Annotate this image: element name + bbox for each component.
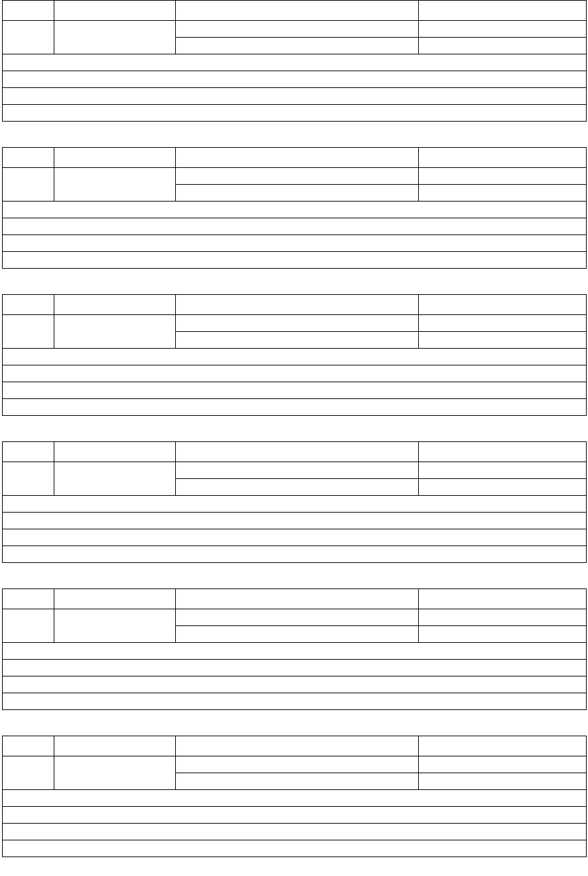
cell[interactable] bbox=[419, 295, 587, 315]
body-row bbox=[3, 496, 587, 513]
cell[interactable] bbox=[419, 38, 587, 54]
cell[interactable] bbox=[54, 442, 176, 462]
cell[interactable] bbox=[3, 513, 587, 529]
cell[interactable] bbox=[419, 626, 587, 643]
cell[interactable] bbox=[54, 21, 176, 54]
cell[interactable] bbox=[419, 1, 587, 21]
body-row bbox=[3, 218, 587, 235]
cell[interactable] bbox=[3, 202, 587, 218]
cell[interactable] bbox=[3, 168, 54, 202]
cell[interactable] bbox=[3, 349, 587, 365]
cell[interactable] bbox=[3, 105, 587, 122]
cell[interactable] bbox=[3, 21, 54, 54]
cell[interactable] bbox=[176, 479, 419, 496]
body-row bbox=[3, 202, 587, 218]
cell[interactable] bbox=[419, 589, 587, 609]
header-row-2 bbox=[3, 756, 587, 773]
cell[interactable] bbox=[176, 295, 419, 315]
cell[interactable] bbox=[3, 148, 54, 168]
body-row bbox=[3, 824, 587, 840]
cell[interactable] bbox=[3, 589, 54, 609]
cell[interactable] bbox=[54, 756, 176, 790]
cell[interactable] bbox=[3, 54, 587, 71]
cell[interactable] bbox=[3, 807, 587, 824]
cell[interactable] bbox=[54, 315, 176, 349]
cell[interactable] bbox=[419, 773, 587, 790]
cell[interactable] bbox=[54, 462, 176, 496]
cell[interactable] bbox=[419, 21, 587, 38]
body-row bbox=[3, 105, 587, 122]
cell[interactable] bbox=[3, 252, 587, 269]
cell[interactable] bbox=[54, 609, 176, 643]
cell[interactable] bbox=[3, 88, 587, 105]
body-row bbox=[3, 693, 587, 710]
cell[interactable] bbox=[419, 148, 587, 168]
cell[interactable] bbox=[3, 382, 587, 399]
cell[interactable] bbox=[176, 1, 419, 21]
cell[interactable] bbox=[3, 462, 54, 496]
header-row-2 bbox=[3, 168, 587, 185]
cell[interactable] bbox=[419, 442, 587, 462]
form-table bbox=[2, 441, 587, 563]
cell[interactable] bbox=[3, 1, 54, 21]
cell[interactable] bbox=[419, 736, 587, 756]
cell[interactable] bbox=[3, 790, 587, 807]
cell[interactable] bbox=[176, 626, 419, 643]
cell[interactable] bbox=[176, 773, 419, 790]
cell[interactable] bbox=[176, 462, 419, 479]
cell[interactable] bbox=[419, 462, 587, 479]
cell[interactable] bbox=[176, 442, 419, 462]
cell[interactable] bbox=[54, 736, 176, 756]
cell[interactable] bbox=[176, 589, 419, 609]
cell[interactable] bbox=[3, 295, 54, 315]
body-row bbox=[3, 529, 587, 546]
cell[interactable] bbox=[419, 479, 587, 496]
cell[interactable] bbox=[176, 332, 419, 349]
cell[interactable] bbox=[3, 315, 54, 349]
cell[interactable] bbox=[3, 235, 587, 252]
cell[interactable] bbox=[3, 736, 54, 756]
cell[interactable] bbox=[176, 21, 419, 38]
cell[interactable] bbox=[176, 736, 419, 756]
cell[interactable] bbox=[3, 693, 587, 710]
cell[interactable] bbox=[176, 609, 419, 626]
form-page bbox=[0, 0, 588, 857]
cell[interactable] bbox=[176, 38, 419, 54]
header-row-2 bbox=[3, 21, 587, 38]
cell[interactable] bbox=[3, 609, 54, 643]
cell[interactable] bbox=[54, 148, 176, 168]
cell[interactable] bbox=[419, 332, 587, 349]
cell[interactable] bbox=[3, 529, 587, 546]
cell[interactable] bbox=[176, 185, 419, 202]
cell[interactable] bbox=[419, 168, 587, 185]
cell[interactable] bbox=[3, 71, 587, 88]
cell[interactable] bbox=[3, 756, 54, 790]
cell[interactable] bbox=[3, 643, 587, 660]
cell[interactable] bbox=[3, 660, 587, 676]
cell[interactable] bbox=[54, 1, 176, 21]
cell[interactable] bbox=[3, 676, 587, 693]
cell[interactable] bbox=[176, 148, 419, 168]
cell[interactable] bbox=[419, 609, 587, 626]
cell[interactable] bbox=[3, 218, 587, 235]
cell[interactable] bbox=[419, 756, 587, 773]
cell[interactable] bbox=[3, 399, 587, 416]
cell[interactable] bbox=[3, 442, 54, 462]
cell[interactable] bbox=[176, 315, 419, 332]
form-table bbox=[2, 588, 587, 710]
form-block-2 bbox=[2, 147, 586, 269]
cell[interactable] bbox=[54, 168, 176, 202]
form-table bbox=[2, 294, 587, 416]
cell[interactable] bbox=[3, 546, 587, 563]
cell[interactable] bbox=[54, 589, 176, 609]
cell[interactable] bbox=[3, 840, 587, 857]
cell[interactable] bbox=[176, 168, 419, 185]
cell[interactable] bbox=[176, 756, 419, 773]
cell[interactable] bbox=[419, 185, 587, 202]
cell[interactable] bbox=[3, 365, 587, 382]
body-row bbox=[3, 513, 587, 529]
cell[interactable] bbox=[419, 315, 587, 332]
cell[interactable] bbox=[3, 824, 587, 840]
cell[interactable] bbox=[3, 496, 587, 513]
cell[interactable] bbox=[54, 295, 176, 315]
